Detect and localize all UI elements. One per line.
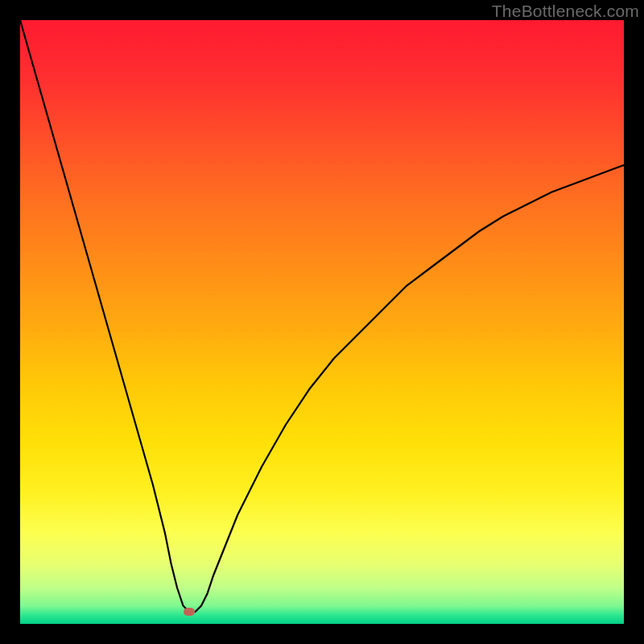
- optimal-point-marker: [184, 608, 195, 616]
- plot-area: [20, 20, 624, 624]
- chart-frame: TheBottleneck.com: [0, 0, 644, 644]
- watermark-label: TheBottleneck.com: [492, 2, 639, 21]
- bottleneck-curve: [20, 20, 624, 624]
